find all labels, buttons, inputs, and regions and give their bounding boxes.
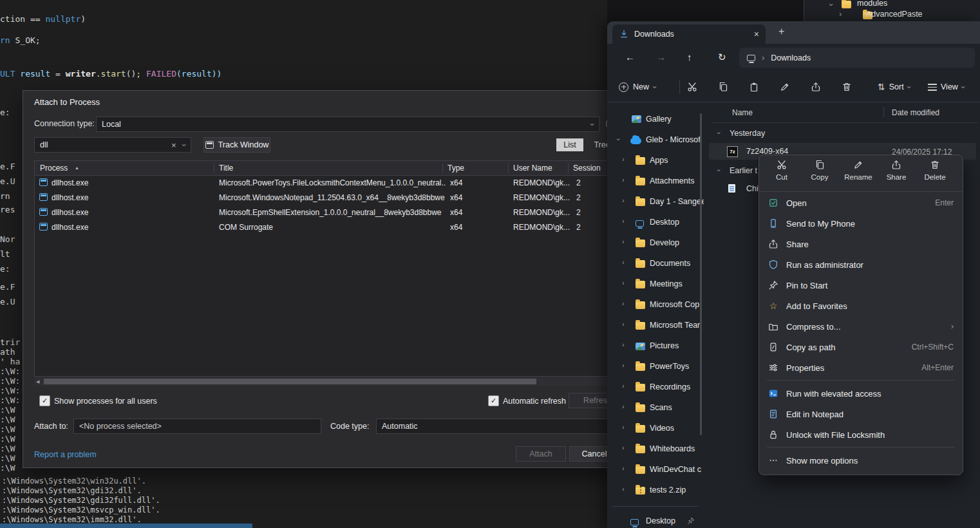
share-button[interactable] bbox=[807, 78, 825, 96]
menu-item-edit-in-notepad[interactable]: Edit in Notepad bbox=[763, 404, 959, 424]
forward-button[interactable] bbox=[656, 52, 666, 62]
chevron-right-icon[interactable] bbox=[622, 465, 625, 472]
tab-close-icon[interactable] bbox=[754, 30, 759, 39]
chevron-right-icon[interactable] bbox=[622, 486, 625, 493]
sidebar-item-attachments[interactable]: Attachments bbox=[607, 171, 704, 192]
back-button[interactable] bbox=[625, 52, 635, 62]
rename-button[interactable] bbox=[776, 78, 794, 96]
chevron-right-icon[interactable] bbox=[622, 176, 625, 184]
menu-item-run-elevated[interactable]: Run with elevated access bbox=[763, 383, 959, 404]
menu-item-add-to-favorites[interactable]: Add to Favorites bbox=[763, 296, 959, 316]
menu-item-share[interactable]: Share bbox=[763, 234, 959, 254]
sidebar-item-pictures[interactable]: Pictures bbox=[607, 336, 704, 357]
sidebar-item-scans[interactable]: Scans bbox=[607, 398, 704, 419]
process-filter-input[interactable]: dll bbox=[34, 137, 191, 153]
chevron-right-icon[interactable] bbox=[622, 156, 625, 163]
sidebar-item-microsoft-cop[interactable]: Microsoft Cop bbox=[607, 295, 704, 316]
table-hscrollbar[interactable] bbox=[34, 377, 617, 386]
table-row[interactable]: dllhost.exe Microsoft.WindowsNotepad_11.… bbox=[35, 190, 617, 205]
attach-to-input[interactable]: <No process selected> bbox=[73, 419, 321, 434]
delete-button[interactable] bbox=[838, 78, 856, 96]
chevron-right-icon[interactable] bbox=[622, 424, 625, 431]
group-header-yesterday[interactable]: Yesterday bbox=[709, 126, 976, 142]
column-header-name[interactable]: Name bbox=[732, 108, 753, 117]
breadcrumb-downloads[interactable]: Downloads bbox=[771, 53, 811, 62]
sidebar-item-microsoft-tear[interactable]: Microsoft Tear bbox=[607, 316, 704, 336]
chevron-right-icon[interactable] bbox=[622, 444, 625, 451]
rename-command[interactable]: Rename bbox=[840, 160, 877, 181]
share-command[interactable]: Share bbox=[878, 160, 915, 181]
sidebar-item-desktop[interactable]: Desktop bbox=[607, 212, 704, 233]
sidebar-item-whiteboards[interactable]: Whiteboards bbox=[607, 439, 704, 460]
chevron-right-icon[interactable] bbox=[622, 259, 625, 266]
clear-filter-icon[interactable] bbox=[171, 141, 176, 149]
cut-command[interactable]: Cut bbox=[763, 160, 800, 181]
chevron-down-icon[interactable] bbox=[615, 138, 622, 141]
new-tab-icon[interactable] bbox=[778, 26, 784, 37]
column-header-process[interactable]: Process bbox=[40, 164, 68, 173]
column-header-type[interactable]: Type bbox=[448, 164, 464, 173]
sidebar-item-powertoys[interactable]: PowerToys bbox=[607, 357, 704, 377]
menu-item-compress-to[interactable]: Compress to... bbox=[763, 316, 959, 337]
sidebar-item-onedrive[interactable]: Gleb - Microsof bbox=[607, 130, 704, 151]
paste-button[interactable] bbox=[745, 78, 763, 96]
address-bar[interactable]: Downloads bbox=[739, 48, 975, 68]
menu-item-pin-to-start[interactable]: Pin to Start bbox=[763, 275, 959, 296]
connection-type-select[interactable]: Local bbox=[96, 117, 599, 132]
column-header-title[interactable]: Title bbox=[219, 164, 233, 173]
sort-button[interactable]: Sort bbox=[878, 78, 910, 96]
menu-item-run-as-administrator[interactable]: Run as administrator bbox=[763, 254, 959, 275]
sidebar-item-recordings[interactable]: Recordings bbox=[607, 377, 704, 398]
sidebar-item-gallery[interactable]: Gallery bbox=[607, 109, 704, 130]
refresh-button[interactable] bbox=[718, 52, 726, 62]
sidebar-item-meetings[interactable]: Meetings bbox=[607, 274, 704, 295]
sidebar-item-develop[interactable]: Develop bbox=[607, 233, 704, 254]
chevron-right-icon[interactable] bbox=[622, 382, 625, 390]
show-all-users-checkbox[interactable] bbox=[39, 395, 50, 406]
table-row[interactable]: dllhost.exe Microsoft.EpmShellExtension_… bbox=[35, 205, 617, 220]
chevron-right-icon[interactable] bbox=[622, 403, 625, 410]
sidebar-scrollbar[interactable] bbox=[700, 113, 702, 435]
cut-button[interactable] bbox=[683, 78, 701, 96]
chevron-right-icon[interactable] bbox=[622, 341, 625, 348]
list-view-toggle[interactable]: List bbox=[556, 138, 583, 151]
table-row[interactable]: dllhost.exe Microsoft.PowerToys.FileLock… bbox=[35, 175, 617, 190]
tree-item-advancedpaste[interactable]: AdvancedPaste bbox=[866, 10, 923, 19]
up-button[interactable] bbox=[687, 52, 692, 62]
menu-item-send-to-phone[interactable]: Send to My Phone bbox=[763, 213, 959, 234]
sidebar-item-apps[interactable]: Apps bbox=[607, 151, 704, 171]
report-a-problem-link[interactable]: Report a problem bbox=[34, 450, 97, 459]
track-window-button[interactable]: Track Window bbox=[203, 137, 270, 153]
chevron-right-icon[interactable] bbox=[622, 279, 625, 287]
chevron-right-icon[interactable] bbox=[622, 300, 625, 307]
column-divider[interactable] bbox=[883, 107, 884, 117]
menu-item-copy-as-path[interactable]: Copy as path Ctrl+Shift+C bbox=[763, 337, 959, 357]
view-button[interactable]: View bbox=[928, 78, 965, 96]
sidebar-item-videos[interactable]: Videos bbox=[607, 419, 704, 439]
chevron-right-icon[interactable] bbox=[622, 238, 625, 245]
menu-item-unlock-file-locksmith[interactable]: Unlock with File Locksmith bbox=[763, 424, 959, 445]
chevron-right-icon[interactable] bbox=[622, 218, 625, 225]
menu-item-open[interactable]: Open Enter bbox=[763, 193, 959, 213]
tab-downloads[interactable]: Downloads bbox=[612, 24, 766, 44]
column-header-session[interactable]: Session bbox=[573, 164, 601, 173]
code-type-input[interactable]: Automatic bbox=[376, 419, 616, 434]
chevron-right-icon[interactable] bbox=[622, 362, 625, 369]
column-header-date-modified[interactable]: Date modified bbox=[892, 108, 939, 117]
tree-item-modules[interactable]: modules bbox=[857, 0, 887, 8]
delete-command[interactable]: Delete bbox=[916, 160, 954, 181]
column-header-user-name[interactable]: User Name bbox=[513, 164, 552, 173]
attach-button[interactable]: Attach bbox=[516, 446, 566, 462]
auto-refresh-checkbox[interactable] bbox=[488, 395, 499, 406]
scroll-left-icon[interactable] bbox=[36, 379, 39, 384]
sidebar-item-documents[interactable]: Documents bbox=[607, 254, 704, 274]
sidebar-item-tests-zip[interactable]: tests 2.zip bbox=[607, 480, 704, 501]
table-row[interactable]: dllhost.exe COM Surrogate x64 REDMOND\gk… bbox=[35, 220, 617, 234]
copy-button[interactable] bbox=[714, 78, 732, 96]
chevron-right-icon[interactable] bbox=[622, 197, 625, 204]
copy-command[interactable]: Copy bbox=[801, 160, 838, 181]
sidebar-item-day1[interactable]: Day 1 - Sangee bbox=[607, 192, 704, 212]
sidebar-item-windevchat[interactable]: WinDevChat c bbox=[607, 460, 704, 480]
new-button[interactable]: New bbox=[615, 78, 660, 96]
filter-dropdown-icon[interactable] bbox=[180, 144, 188, 146]
